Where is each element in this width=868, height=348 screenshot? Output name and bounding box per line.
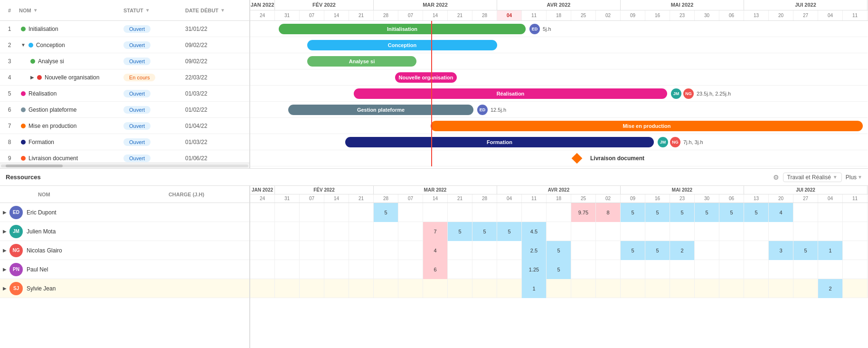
task-bar[interactable]: Nouvelle organisation (395, 72, 457, 83)
res-cell (423, 279, 448, 298)
res-week-cell: 25 (571, 194, 596, 203)
task-row[interactable]: 9 Livraison document Ouvert 01/06/22 (0, 150, 249, 163)
scrollbar-track[interactable] (1, 164, 248, 167)
res-cell (497, 260, 522, 279)
res-cell (843, 222, 868, 241)
task-dot (28, 43, 33, 48)
scrollbar-area[interactable] (0, 163, 249, 168)
cell-date: 01/03/22 (185, 90, 233, 97)
res-cell (324, 203, 349, 222)
resource-row[interactable]: ▶ PN Paul Nel (0, 260, 249, 279)
task-bar[interactable]: Initialisation (279, 24, 526, 34)
resources-filter[interactable]: Travail et Réalisé ▼ (783, 173, 842, 182)
expand-arrow[interactable]: ▶ (30, 75, 34, 80)
cell-num: 9 (0, 155, 19, 162)
cell-date: 31/01/22 (185, 26, 233, 32)
task-bar[interactable]: Formation (345, 137, 654, 147)
res-cell (250, 279, 275, 298)
res-cell (300, 222, 324, 241)
res-cell (621, 222, 645, 241)
res-week-cell: 07 (300, 194, 324, 203)
task-row[interactable]: 4 ▶ Nouvelle organisation En cours 22/03… (0, 69, 249, 86)
filter-label: Travail et Réalisé (787, 174, 831, 181)
task-dot (30, 59, 35, 64)
task-name: Initialisation (28, 26, 58, 32)
res-cell (522, 203, 547, 222)
res-cell: 5 (621, 203, 645, 222)
week-cell: 11 (843, 10, 868, 20)
res-gantt-row: 59.7585555554 (250, 203, 868, 222)
task-row[interactable]: 3 Analyse si Ouvert 09/02/22 (0, 53, 249, 69)
res-cell: 6 (423, 260, 448, 279)
res-name: Eric Dupont (27, 209, 249, 216)
bar-after-info: JMNG7j.h, 3j.h (657, 137, 703, 147)
task-row[interactable]: 5 Réalisation Ouvert 01/03/22 (0, 86, 249, 102)
task-name: Nouvelle organisation (45, 74, 99, 81)
task-bar[interactable]: Mise en production (431, 121, 863, 131)
res-cell (497, 279, 522, 298)
res-expand[interactable]: ▶ (0, 210, 9, 215)
cell-num: 8 (0, 139, 19, 145)
task-bar[interactable]: Analyse si (307, 56, 416, 67)
res-cell (275, 241, 300, 260)
res-expand[interactable]: ▶ (0, 267, 9, 272)
task-bar[interactable]: Conception (307, 40, 497, 50)
res-cell: 2.5 (522, 241, 547, 260)
res-expand[interactable]: ▶ (0, 229, 9, 234)
res-col-nom: NOM (19, 192, 123, 197)
filter-dropdown-icon[interactable]: ▼ (833, 174, 838, 180)
res-expand[interactable]: ▶ (0, 286, 9, 291)
task-row[interactable]: 1 Initialisation Ouvert 31/01/22 (0, 21, 249, 37)
res-week-cell: 16 (645, 194, 670, 203)
col-num-header: # (0, 8, 19, 13)
res-cell (818, 222, 843, 241)
resources-plus[interactable]: Plus ▼ (846, 174, 862, 181)
res-month-cell: FÉV 2022 (275, 186, 374, 194)
res-cell (645, 222, 670, 241)
res-cell (349, 279, 374, 298)
task-row[interactable]: 7 Mise en production Ouvert 01/04/22 (0, 118, 249, 134)
bar-after-info: JMNG23.5j.h, 2.25j.h (670, 88, 731, 99)
nom-filter-icon[interactable]: ▼ (33, 8, 38, 13)
resource-row[interactable]: ▶ SJ Sylvie Jean (0, 279, 249, 298)
res-cell: 8 (596, 203, 621, 222)
res-cell: 5 (472, 222, 497, 241)
date-filter-icon[interactable]: ▼ (220, 8, 225, 13)
res-name: Julien Mota (27, 228, 249, 235)
res-cell (744, 241, 769, 260)
statut-filter-icon[interactable]: ▼ (145, 8, 150, 13)
resource-row[interactable]: ▶ JM Julien Mota (0, 222, 249, 241)
task-bar[interactable]: Gestion plateforme (288, 105, 473, 115)
res-cell (843, 260, 868, 279)
week-cell: 02 (596, 10, 621, 20)
resource-row[interactable]: ▶ NG Nicolas Glairo (0, 241, 249, 260)
res-week-cell: 28 (472, 194, 497, 203)
week-row: 2431071421280714212804111825020916233006… (250, 10, 868, 20)
cell-statut: Ouvert (123, 122, 185, 130)
task-row[interactable]: 2 ▼ Conception Ouvert 09/02/22 (0, 37, 249, 53)
resource-row[interactable]: ▶ ED Eric Dupont (0, 203, 249, 222)
gear-icon[interactable]: ⚙ (773, 174, 779, 181)
res-cell (374, 279, 398, 298)
task-bar[interactable]: Réalisation (354, 88, 667, 99)
scrollbar-thumb[interactable] (6, 164, 63, 167)
status-badge: Ouvert (123, 122, 151, 130)
task-row[interactable]: 6 Gestion plateforme Ouvert 01/02/22 (0, 102, 249, 118)
task-row[interactable]: 8 Formation Ouvert 01/03/22 (0, 134, 249, 150)
res-expand[interactable]: ▶ (0, 248, 9, 253)
avatar: JM (658, 137, 668, 147)
plus-dropdown-icon[interactable]: ▼ (858, 174, 862, 180)
res-cell (250, 260, 275, 279)
week-cell: 28 (472, 10, 497, 20)
cell-nom: ▼ Conception (19, 42, 123, 48)
expand-arrow[interactable]: ▼ (21, 42, 26, 48)
statut-label: STATUT (123, 8, 143, 13)
res-cell (349, 222, 374, 241)
task-name: Mise en production (28, 123, 76, 129)
res-cell (744, 279, 769, 298)
plus-label: Plus (846, 174, 857, 181)
bar-label: Conception (388, 42, 417, 48)
res-month-row: JAN 2022FÉV 2022MAR 2022AVR 2022MAI 2022… (250, 186, 868, 194)
month-cell: MAR 2022 (374, 0, 497, 10)
res-cell (645, 279, 670, 298)
